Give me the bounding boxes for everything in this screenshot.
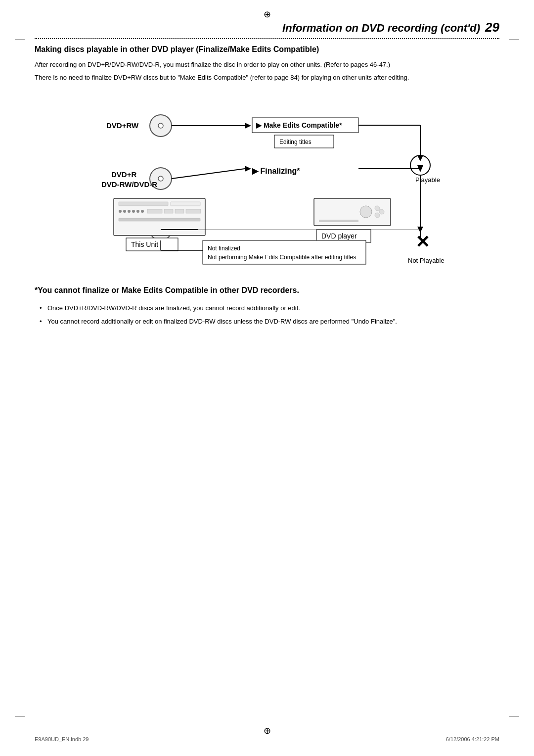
svg-text:▶ Finalizing*: ▶ Finalizing* [252,167,300,175]
svg-rect-31 [119,218,200,221]
reg-mark-bottom: ⊕ [264,725,271,736]
svg-point-37 [379,209,384,214]
bullet-list: Once DVD+R/DVD-RW/DVD-R discs are finali… [40,303,499,327]
svg-marker-16 [245,166,251,172]
svg-point-26 [141,210,144,213]
page-container: ⊕ ⊕ Information on DVD recording (cont'd… [0,0,534,756]
svg-text:Playable: Playable [415,176,440,184]
reg-mark-right-top [509,40,519,40]
svg-rect-28 [164,209,173,213]
body-paragraph-1: After recording on DVD+R/DVD-RW/DVD-R, y… [35,60,499,70]
svg-text:Not performing Make Edits Comp: Not performing Make Edits Compatible aft… [208,254,356,261]
diagram-container: DVD+RW DVD+R DVD-RW/DVD-R ▶ Make Edits C… [74,92,460,275]
page-header: Information on DVD recording (cont'd) 29 [35,20,499,35]
svg-point-22 [123,210,126,213]
svg-text:✕: ✕ [415,232,430,251]
svg-rect-27 [147,209,162,213]
svg-text:▶ Make Edits Compatible*: ▶ Make Edits Compatible* [256,121,342,129]
svg-text:DVD+R: DVD+R [111,170,136,179]
svg-rect-20 [171,202,200,206]
svg-rect-30 [186,209,201,213]
svg-point-21 [119,210,122,213]
page-footer: E9A90UD_EN.indb 29 6/12/2006 4:21:22 PM [35,736,499,742]
svg-point-23 [128,210,131,213]
svg-marker-10 [245,123,251,129]
section-heading: Making discs playable in other DVD playe… [35,44,499,55]
svg-rect-29 [175,209,184,213]
diagram-svg: DVD+RW DVD+R DVD-RW/DVD-R ▶ Make Edits C… [74,92,460,275]
svg-line-15 [172,169,245,179]
reg-mark-left-bottom [15,716,25,716]
svg-point-38 [375,213,380,218]
svg-point-25 [136,210,139,213]
bullet-item-1: Once DVD+R/DVD-RW/DVD-R discs are finali… [40,303,499,313]
svg-point-36 [375,206,380,211]
svg-text:DVD-RW/DVD-R: DVD-RW/DVD-R [101,180,157,189]
svg-rect-39 [319,220,358,222]
page-number: 29 [485,20,499,35]
reg-mark-top: ⊕ [264,9,271,20]
svg-text:Not Playable: Not Playable [408,257,445,264]
svg-text:This Unit: This Unit [131,240,158,248]
body-paragraph-2: There is no need to finalize DVD+RW disc… [35,73,499,83]
bullet-item-2: You cannot record additionally or edit o… [40,317,499,327]
svg-text:DVD+RW: DVD+RW [106,121,139,130]
page-title: Information on DVD recording (cont'd) [282,22,480,35]
footer-left: E9A90UD_EN.indb 29 [35,736,89,742]
reg-mark-left-top [15,40,25,40]
footer-right: 6/12/2006 4:21:22 PM [446,736,499,742]
svg-point-1 [158,123,163,128]
cannot-finalize-heading: *You cannot finalize or Make Edits Compa… [35,285,499,296]
svg-rect-19 [119,202,168,206]
svg-text:Editing titles: Editing titles [279,139,312,145]
svg-text:Not finalized: Not finalized [208,245,240,252]
svg-point-3 [158,176,163,181]
svg-point-24 [132,210,135,213]
svg-point-35 [360,206,372,218]
dot-separator [35,38,499,39]
reg-mark-right-bottom [509,716,519,716]
svg-text:DVD player: DVD player [321,232,357,240]
